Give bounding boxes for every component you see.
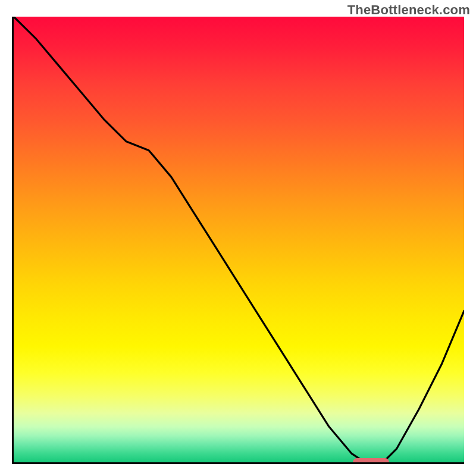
- watermark-text: TheBottleneck.com: [347, 2, 470, 18]
- bottleneck-curve: [14, 17, 464, 462]
- plot-area: [12, 17, 464, 464]
- optimal-marker: [353, 458, 389, 464]
- chart-canvas: TheBottleneck.com: [0, 0, 476, 476]
- curve-layer: [14, 17, 464, 462]
